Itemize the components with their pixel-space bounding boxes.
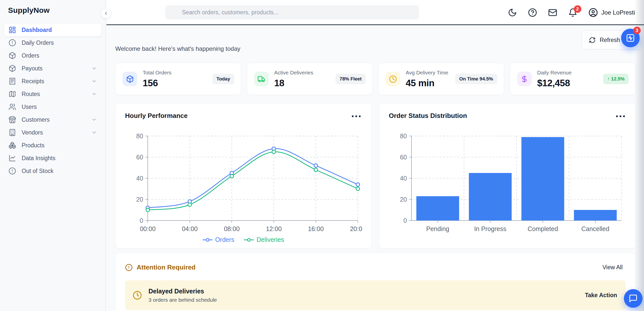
- line-chart: 02040608000:0004:0008:0012:0016:0020:00: [125, 133, 362, 234]
- sidebar-item-orders[interactable]: Orders: [4, 49, 101, 62]
- sidebar-item-users[interactable]: Users: [4, 101, 101, 113]
- app-root: SupplyNow DashboardDaily OrdersOrdersPay…: [0, 0, 644, 311]
- charts-row: Hourly Performance 02040608000:0004:0008…: [115, 103, 636, 248]
- dark-mode-button[interactable]: [508, 8, 517, 17]
- search-input[interactable]: [166, 6, 419, 19]
- store-icon: [9, 116, 16, 123]
- chart-menu-button[interactable]: [351, 114, 362, 118]
- svg-text:80: 80: [136, 133, 143, 140]
- activity-fab-badge: 3: [633, 27, 641, 34]
- chevron-left-icon: [103, 11, 108, 16]
- legend-item-deliveries[interactable]: Deliveries: [244, 236, 284, 243]
- stat-card-active-deliveries: Active Deliveries1878% Fleet: [247, 63, 373, 95]
- stat-value: $12,458: [537, 78, 572, 88]
- svg-text:40: 40: [136, 175, 143, 182]
- help-button[interactable]: [528, 8, 537, 17]
- sidebar-item-customers[interactable]: Customers: [4, 113, 101, 126]
- svg-text:20:00: 20:00: [350, 225, 362, 232]
- package-icon: [9, 65, 16, 72]
- stat-badge: 78% Fleet: [335, 74, 366, 84]
- sidebar-item-label: Receipts: [22, 78, 44, 85]
- stats-row: Total Orders156TodayActive Deliveries187…: [115, 63, 635, 95]
- svg-text:16:00: 16:00: [308, 225, 324, 232]
- svg-text:04:00: 04:00: [182, 225, 198, 232]
- sidebar-item-routes[interactable]: Routes: [4, 88, 101, 100]
- layout-dashboard-icon: [9, 26, 16, 34]
- sidebar-item-vendors[interactable]: Vendors: [4, 126, 101, 139]
- sidebar-collapse-button[interactable]: [101, 8, 111, 19]
- chart-title: Order Status Distribution: [389, 112, 626, 120]
- stat-icon-tile: [254, 72, 269, 86]
- stat-value: 18: [274, 78, 313, 88]
- refresh-cw-icon: [589, 37, 596, 43]
- clock-icon: [133, 291, 142, 300]
- attention-header: Attention Required View All: [125, 262, 626, 273]
- stat-icon-tile: [123, 72, 137, 86]
- sidebar-nav: DashboardDaily OrdersOrdersPayoutsReceip…: [0, 20, 105, 177]
- line-chart-icon: [9, 154, 16, 162]
- activity-fab-button[interactable]: 3: [621, 29, 640, 47]
- svg-text:0: 0: [403, 217, 407, 224]
- chart-menu-button[interactable]: [615, 114, 626, 118]
- sidebar-item-label: Payouts: [22, 65, 43, 72]
- chevron-down-icon: [91, 130, 97, 135]
- map-icon: [9, 90, 16, 98]
- notifications-button[interactable]: 2: [568, 8, 577, 17]
- alert-subtitle: 3 orders are behind schedule: [148, 297, 217, 303]
- user-circle-icon: [588, 8, 598, 17]
- boxes-icon: [9, 142, 16, 149]
- alert-circle-icon: [9, 39, 16, 47]
- activity-square-icon: [626, 33, 635, 42]
- sidebar-item-label: Customers: [22, 116, 50, 123]
- sidebar-item-out-of-stock[interactable]: Out of Stock: [4, 165, 101, 177]
- user-menu[interactable]: Joe LoPresti: [588, 8, 635, 17]
- mail-icon: [548, 8, 557, 17]
- bar-chart: 020406080PendingIn ProgressCompletedCanc…: [389, 133, 626, 234]
- sidebar-item-daily-orders[interactable]: Daily Orders: [4, 36, 101, 49]
- stat-label: Active Deliveries: [274, 70, 313, 76]
- legend-label: Deliveries: [256, 236, 284, 243]
- sidebar-item-label: Orders: [22, 52, 39, 59]
- legend-item-orders[interactable]: Orders: [203, 236, 234, 243]
- svg-text:60: 60: [136, 154, 143, 161]
- top-header: 2 Joe LoPresti: [106, 0, 644, 25]
- sidebar-item-dashboard[interactable]: Dashboard: [4, 24, 101, 36]
- sidebar-item-receipts[interactable]: Receipts: [4, 75, 101, 87]
- sidebar-item-label: Out of Stock: [22, 168, 54, 174]
- moon-icon: [508, 8, 517, 17]
- svg-text:12:00: 12:00: [266, 225, 282, 232]
- alert-list: Delayed Deliveries3 orders are behind sc…: [125, 280, 626, 310]
- stat-badge: Today: [212, 74, 234, 84]
- dollar-sign-icon: [520, 75, 528, 83]
- stat-card-daily-revenue: Daily Revenue$12,458↑ 12.5%: [510, 63, 636, 95]
- truck-icon: [257, 75, 265, 83]
- svg-text:Pending: Pending: [426, 225, 449, 232]
- svg-text:0: 0: [140, 217, 143, 224]
- chart-legend: OrdersDeliveries: [116, 236, 371, 243]
- svg-text:80: 80: [400, 133, 407, 140]
- svg-text:20: 20: [136, 196, 143, 203]
- svg-text:08:00: 08:00: [224, 225, 240, 232]
- sidebar-item-label: Data Insights: [22, 155, 55, 162]
- hourly-performance-card: Hourly Performance 02040608000:0004:0008…: [115, 103, 371, 248]
- sidebar-item-label: Vendors: [22, 129, 43, 136]
- stat-badge: On Time 94.5%: [455, 74, 497, 84]
- chevron-down-icon: [91, 117, 97, 122]
- view-all-button[interactable]: View All: [599, 262, 626, 273]
- sidebar-item-data-insights[interactable]: Data Insights: [4, 152, 101, 164]
- sidebar-item-label: Users: [22, 104, 37, 110]
- help-circle-icon: [528, 8, 537, 17]
- stat-value: 156: [143, 78, 171, 88]
- stat-badge: ↑ 12.5%: [603, 74, 629, 84]
- stat-icon-tile: [517, 72, 532, 86]
- take-action-button[interactable]: Take Action: [584, 290, 618, 301]
- messages-button[interactable]: [548, 8, 557, 17]
- alert-title: Delayed Deliveries: [148, 288, 217, 295]
- stat-label: Avg Delivery Time: [406, 70, 448, 76]
- stat-label: Total Orders: [143, 70, 171, 76]
- sidebar-item-payouts[interactable]: Payouts: [4, 62, 101, 75]
- chat-fab-button[interactable]: [624, 289, 642, 308]
- chevron-down-icon: [91, 66, 97, 71]
- sidebar-item-products[interactable]: Products: [4, 139, 101, 152]
- sidebar-item-label: Products: [22, 142, 45, 149]
